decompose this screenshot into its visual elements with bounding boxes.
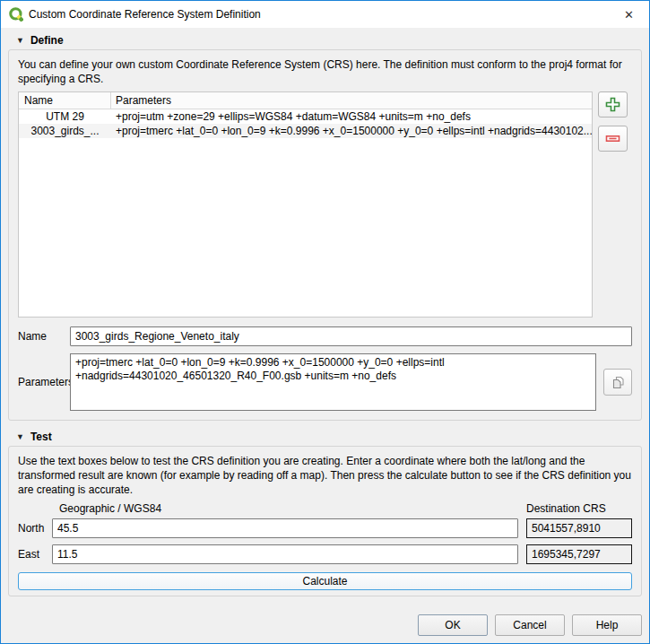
define-section-title: Define xyxy=(30,34,64,47)
window-title: Custom Coordinate Reference System Defin… xyxy=(29,8,609,21)
copy-icon xyxy=(611,376,625,389)
crs-params-cell[interactable]: +proj=tmerc +lat_0=0 +lon_0=9 +k=0.9996 … xyxy=(111,125,592,137)
define-section-header[interactable]: ▼ Define xyxy=(8,31,642,49)
crs-table[interactable]: Name Parameters UTM 29 +proj=utm +zone=2… xyxy=(18,91,593,318)
parameters-field-row: Parameters +proj=tmerc +lat_0=0 +lon_0=9… xyxy=(18,353,632,411)
dialog-body: ▼ Define You can define your own custom … xyxy=(1,28,649,643)
name-field-row: Name xyxy=(18,326,632,346)
name-label: Name xyxy=(18,330,70,343)
section-gap xyxy=(8,421,642,428)
geographic-label: Geographic / WGS84 xyxy=(59,502,526,515)
axis-labels-row: Geographic / WGS84 Destination CRS xyxy=(18,501,632,516)
cancel-button[interactable]: Cancel xyxy=(495,614,565,636)
test-description: Use the text boxes below to test the CRS… xyxy=(18,454,632,497)
east-label: East xyxy=(18,548,52,561)
minus-icon xyxy=(605,131,620,146)
crs-table-header: Name Parameters xyxy=(19,92,592,109)
custom-crs-dialog: Custom Coordinate Reference System Defin… xyxy=(0,0,650,644)
ok-button[interactable]: OK xyxy=(418,614,488,636)
crs-table-area: Name Parameters UTM 29 +proj=utm +zone=2… xyxy=(18,91,632,318)
north-row: North 5041557,8910 xyxy=(18,518,632,538)
define-group-frame: You can define your own custom Coordinat… xyxy=(8,49,642,421)
parameters-label: Parameters xyxy=(18,376,70,388)
north-label: North xyxy=(18,522,52,535)
crs-name-cell[interactable]: 3003_girds_... xyxy=(19,125,111,137)
test-section-title: Test xyxy=(30,431,52,443)
east-result-field: 1695345,7297 xyxy=(526,544,632,564)
footer-button-row: OK Cancel Help xyxy=(8,596,642,636)
north-result-field: 5041557,8910 xyxy=(526,518,632,538)
test-group-frame: Use the text boxes below to test the CRS… xyxy=(8,446,642,596)
test-section-header[interactable]: ▼ Test xyxy=(8,428,642,446)
table-row[interactable]: 3003_girds_... +proj=tmerc +lat_0=0 +lon… xyxy=(19,124,592,138)
crs-name-input[interactable] xyxy=(70,326,632,346)
column-header-name[interactable]: Name xyxy=(19,92,111,109)
north-input[interactable] xyxy=(52,518,518,538)
table-row[interactable]: UTM 29 +proj=utm +zone=29 +ellips=WGS84 … xyxy=(19,109,592,124)
help-button[interactable]: Help xyxy=(572,614,642,636)
crs-params-cell[interactable]: +proj=utm +zone=29 +ellips=WGS84 +datum=… xyxy=(111,110,592,123)
remove-crs-button[interactable] xyxy=(598,126,628,152)
title-bar: Custom Coordinate Reference System Defin… xyxy=(1,1,649,28)
chevron-down-icon[interactable]: ▼ xyxy=(16,433,24,441)
crs-parameters-textarea[interactable]: +proj=tmerc +lat_0=0 +lon_0=9 +k=0.9996 … xyxy=(70,353,596,411)
crs-name-cell[interactable]: UTM 29 xyxy=(19,110,111,123)
table-button-column xyxy=(598,91,632,318)
chevron-down-icon[interactable]: ▼ xyxy=(16,37,24,45)
plus-icon xyxy=(605,97,620,112)
column-header-parameters[interactable]: Parameters xyxy=(111,94,592,107)
east-row: East 1695345,7297 xyxy=(18,544,632,564)
define-description: You can define your own custom Coordinat… xyxy=(18,57,632,86)
add-crs-button[interactable] xyxy=(598,91,628,117)
destination-crs-label: Destination CRS xyxy=(526,502,632,515)
east-input[interactable] xyxy=(52,544,518,564)
copy-parameters-button[interactable] xyxy=(603,369,632,396)
qgis-logo-icon xyxy=(9,7,23,22)
calculate-button[interactable]: Calculate xyxy=(18,572,632,590)
close-icon[interactable]: ✕ xyxy=(609,2,649,28)
